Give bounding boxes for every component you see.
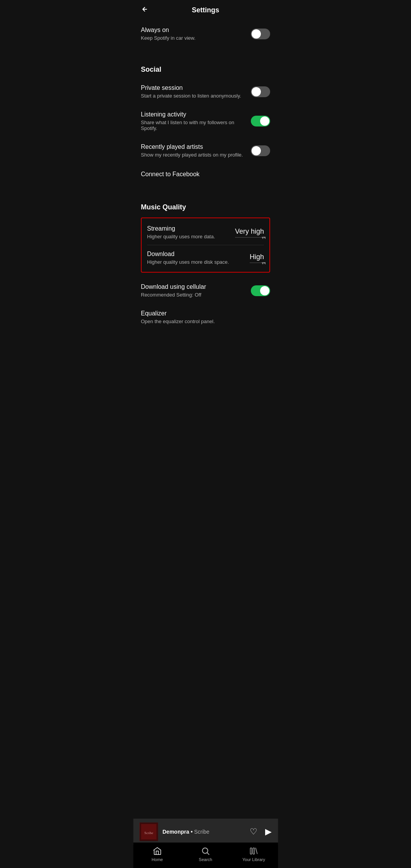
download-cellular-desc: Recommended Setting: Off (141, 292, 245, 298)
nav-library-label: Your Library (242, 857, 265, 862)
streaming-underline: ▼ (235, 237, 264, 238)
track-artist: Scribe (194, 829, 210, 835)
streaming-row[interactable]: Streaming Higher quality uses more data.… (142, 220, 269, 245)
private-session-title: Private session (141, 84, 245, 91)
track-name: Demonpra • Scribe (162, 829, 210, 835)
spacer-1 (141, 47, 270, 56)
equalizer-title: Equalizer (141, 310, 264, 317)
connect-facebook-row[interactable]: Connect to Facebook (141, 164, 270, 185)
social-section-header: Social (141, 56, 270, 78)
always-on-row: Always on Keep Spotify in car view. (141, 20, 270, 47)
nav-home-label: Home (152, 857, 163, 862)
listening-activity-row: Listening activity Share what I listen t… (141, 105, 270, 137)
always-on-knob (252, 29, 261, 39)
music-quality-box: Streaming Higher quality uses more data.… (141, 217, 270, 273)
download-cellular-title: Download using cellular (141, 283, 245, 290)
svg-text:Scribe: Scribe (144, 831, 153, 835)
svg-rect-5 (253, 848, 255, 854)
nav-library[interactable]: Your Library (230, 846, 278, 862)
settings-content: Always on Keep Spotify in car view. Soci… (133, 20, 278, 408)
album-art: Scribe (139, 822, 158, 841)
always-on-title: Always on (141, 27, 245, 34)
private-session-row: Private session Start a private session … (141, 78, 270, 105)
private-session-desc: Start a private session to listen anonym… (141, 93, 245, 99)
recently-played-title: Recently played artists (141, 143, 245, 150)
connect-facebook-label: Connect to Facebook (141, 171, 200, 177)
download-value: High (250, 253, 264, 261)
settings-header: Settings (133, 0, 278, 20)
search-icon (201, 846, 210, 856)
nav-search[interactable]: Search (181, 846, 230, 862)
listening-activity-title: Listening activity (141, 111, 245, 118)
download-cellular-toggle[interactable] (251, 285, 270, 296)
download-title: Download (147, 251, 244, 258)
nav-home[interactable]: Home (133, 846, 181, 862)
download-underline: ▼ (250, 263, 264, 263)
play-icon[interactable]: ▶ (265, 827, 272, 837)
private-session-toggle[interactable] (251, 86, 270, 97)
download-cellular-knob (260, 286, 269, 295)
always-on-desc: Keep Spotify in car view. (141, 35, 245, 41)
now-playing-bar[interactable]: Scribe Demonpra • Scribe ♡ ▶ (133, 819, 278, 845)
heart-icon[interactable]: ♡ (250, 827, 257, 837)
equalizer-row[interactable]: Equalizer Open the equalizer control pan… (141, 304, 270, 330)
recently-played-desc: Show my recently played artists on my pr… (141, 152, 245, 158)
nav-search-label: Search (199, 857, 212, 862)
recently-played-toggle[interactable] (251, 145, 270, 156)
music-quality-section-header: Music Quality (141, 194, 270, 216)
listening-activity-desc: Share what I listen to with my followers… (141, 120, 245, 131)
back-button[interactable] (141, 5, 149, 15)
download-cellular-row: Download using cellular Recommended Sett… (141, 277, 270, 304)
track-info: Demonpra • Scribe (158, 828, 250, 835)
streaming-value-wrapper: Very high ▼ (235, 228, 264, 238)
svg-rect-4 (250, 848, 252, 854)
download-value-wrapper: High ▼ (250, 253, 264, 263)
home-icon (153, 846, 162, 856)
listening-activity-toggle[interactable] (251, 116, 270, 126)
equalizer-desc: Open the equalizer control panel. (141, 319, 264, 324)
recently-played-row: Recently played artists Show my recently… (141, 137, 270, 164)
streaming-value: Very high (235, 228, 264, 236)
library-icon (249, 846, 259, 856)
streaming-desc: Higher quality uses more data. (147, 234, 229, 239)
recently-played-knob (252, 146, 261, 155)
streaming-title: Streaming (147, 225, 229, 232)
bottom-nav: Home Search Your Library (133, 842, 278, 868)
private-session-knob (252, 87, 261, 96)
download-row[interactable]: Download Higher quality uses more disk s… (142, 245, 269, 270)
download-desc: Higher quality uses more disk space. (147, 259, 244, 265)
spacer-2 (141, 185, 270, 194)
listening-activity-knob (260, 116, 269, 126)
player-controls: ♡ ▶ (250, 827, 272, 837)
page-title: Settings (192, 6, 219, 14)
always-on-toggle[interactable] (251, 29, 270, 39)
